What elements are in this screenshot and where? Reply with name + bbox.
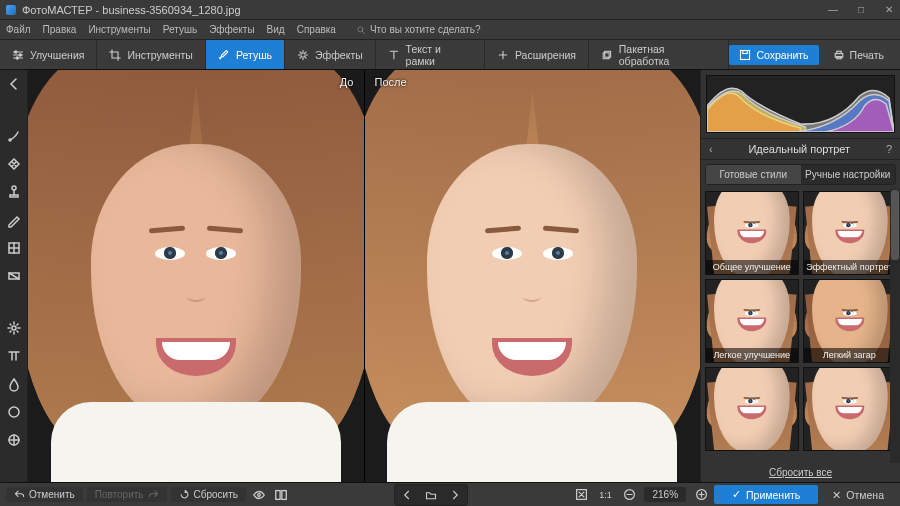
tab-enhance[interactable]: Улучшения [0,40,97,69]
menubar: Файл Правка Инструменты Ретушь Эффекты В… [0,20,900,40]
bottombar: Отменить Повторить Сбросить 1:1 216% ✓Пр… [0,482,900,506]
prev-icon[interactable] [396,486,418,504]
type-icon[interactable] [6,348,22,364]
tab-batch-label: Пакетная обработка [619,43,717,67]
minimize-icon[interactable]: — [828,5,838,15]
tab-text[interactable]: Текст и рамки [376,40,485,69]
print-button-label: Печать [850,49,884,61]
patch-icon[interactable] [6,156,22,172]
preset-item[interactable]: Общее улучшение [705,191,799,275]
undo-button[interactable]: Отменить [6,487,83,502]
menu-effects[interactable]: Эффекты [209,24,254,35]
svg-rect-20 [282,490,286,499]
tab-retouch-label: Ретушь [236,49,272,61]
tab-effects[interactable]: Эффекты [285,40,376,69]
next-icon[interactable] [444,486,466,504]
after-label: После [375,76,407,88]
stamp-icon[interactable] [6,184,22,200]
one-to-one-label: 1:1 [599,490,612,500]
svg-point-12 [12,186,16,190]
grid-icon[interactable] [6,240,22,256]
search-icon [356,25,366,35]
eye-icon[interactable] [250,486,268,504]
tab-effects-label: Эффекты [315,49,363,61]
toolbar: Улучшения Инструменты Ретушь Эффекты Тек… [0,40,900,70]
heal-icon[interactable] [6,128,22,144]
svg-point-18 [258,493,261,496]
preset-item[interactable]: Легкий загар [803,279,897,363]
apply-button[interactable]: ✓Применить [714,485,818,504]
menu-retouch[interactable]: Ретушь [163,24,197,35]
svg-rect-6 [741,50,750,59]
target-icon[interactable] [6,432,22,448]
tab-retouch[interactable]: Ретушь [206,40,285,69]
preset-item[interactable] [705,367,799,451]
preset-item[interactable] [803,367,897,451]
reset-button[interactable]: Сбросить [171,487,246,502]
folder-icon[interactable] [420,486,442,504]
back-icon[interactable] [6,76,22,92]
titlebar: ФотоМАСТЕР - business-3560934_1280.jpg —… [0,0,900,20]
svg-rect-4 [603,52,609,58]
redo-button[interactable]: Повторить [87,487,167,502]
svg-rect-5 [605,51,611,57]
fit-icon[interactable] [572,486,590,504]
menu-search-placeholder: Что вы хотите сделать? [370,24,481,35]
zoom-value[interactable]: 216% [644,487,686,502]
close-icon[interactable]: ✕ [884,5,894,15]
zoom-out-icon[interactable] [620,486,638,504]
preset-label: Общее улучшение [706,260,798,274]
crop-icon [109,49,121,61]
menu-file[interactable]: Файл [6,24,31,35]
tab-batch[interactable]: Пакетная обработка [589,40,729,69]
right-panel: ‹ Идеальный портрет ? Готовые стили Ручн… [700,70,900,482]
undo-icon [14,489,25,500]
menu-view[interactable]: Вид [267,24,285,35]
undo-label: Отменить [29,489,75,500]
tab-extensions-label: Расширения [515,49,576,61]
zoom-in-icon[interactable] [692,486,710,504]
preset-item[interactable]: Эффектный портрет [803,191,897,275]
apply-label: Применить [746,489,800,501]
panel-tab-presets[interactable]: Готовые стили [706,165,801,184]
histogram[interactable] [706,75,895,133]
menu-edit[interactable]: Правка [43,24,77,35]
drop-icon[interactable] [6,376,22,392]
cancel-button[interactable]: ✕Отмена [822,486,894,504]
save-button-label: Сохранить [756,49,808,61]
compare-icon[interactable] [272,486,290,504]
tab-tools[interactable]: Инструменты [97,40,205,69]
light-icon[interactable] [6,320,22,336]
stack-icon [601,49,613,61]
preset-scrollbar[interactable] [890,189,900,463]
canvas[interactable]: До После [28,70,700,482]
maximize-icon[interactable]: □ [856,5,866,15]
save-button[interactable]: Сохранить [729,45,818,65]
print-button[interactable]: Печать [825,45,892,65]
tab-extensions[interactable]: Расширения [485,40,589,69]
menu-help[interactable]: Справка [297,24,336,35]
panel-tab-manual[interactable]: Ручные настройки [801,165,896,184]
preset-label: Легкий загар [804,348,896,362]
tab-text-label: Текст и рамки [406,43,472,67]
preset-label: Легкое улучшение [706,348,798,362]
panel-help-icon[interactable]: ? [886,143,892,155]
gradient-icon[interactable] [6,268,22,284]
reset-all-link[interactable]: Сбросить все [701,463,900,482]
menu-tools[interactable]: Инструменты [88,24,150,35]
circle-icon[interactable] [6,404,22,420]
app-logo-icon [6,5,16,15]
save-icon [739,49,751,61]
tab-enhance-label: Улучшения [30,49,84,61]
menu-search[interactable]: Что вы хотите сделать? [356,24,481,35]
panel-back-icon[interactable]: ‹ [709,143,713,155]
pencil-icon[interactable] [6,212,22,228]
sparkle-icon [297,49,309,61]
plus-icon [497,49,509,61]
one-to-one-button[interactable]: 1:1 [596,486,614,504]
svg-point-3 [16,56,18,58]
preset-item[interactable]: Легкое улучшение [705,279,799,363]
svg-point-15 [12,326,16,330]
svg-point-1 [15,50,17,52]
preset-label: Эффектный портрет [804,260,896,274]
